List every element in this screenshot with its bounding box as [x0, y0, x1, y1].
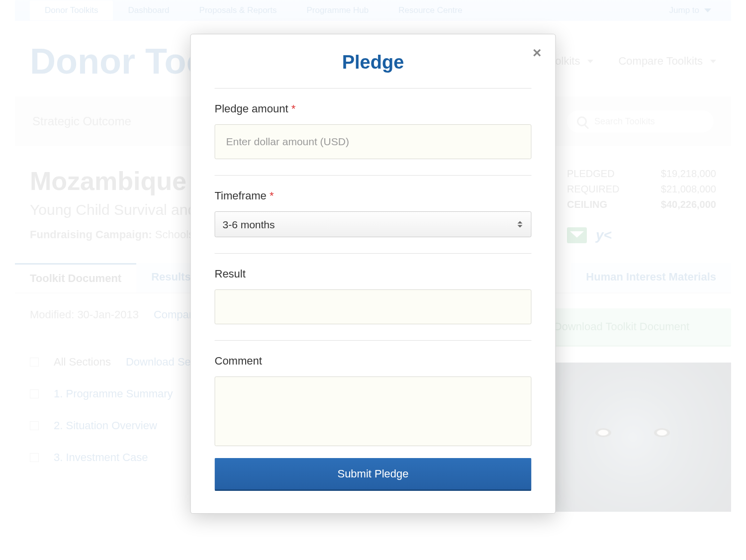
result-input[interactable] [215, 289, 532, 324]
comment-label: Comment [215, 355, 532, 368]
result-label: Result [215, 268, 532, 280]
pledge-modal: × Pledge Pledge amount * Timeframe * 3-6… [190, 34, 556, 514]
timeframe-select[interactable]: 3-6 months [215, 211, 532, 237]
pledge-amount-input[interactable] [215, 124, 532, 159]
amount-label: Pledge amount * [215, 102, 532, 115]
modal-title: Pledge [215, 52, 532, 88]
close-icon[interactable]: × [533, 44, 542, 61]
submit-pledge-button[interactable]: Submit Pledge [215, 458, 532, 491]
timeframe-label: Timeframe * [215, 189, 532, 202]
comment-textarea[interactable] [215, 376, 532, 446]
